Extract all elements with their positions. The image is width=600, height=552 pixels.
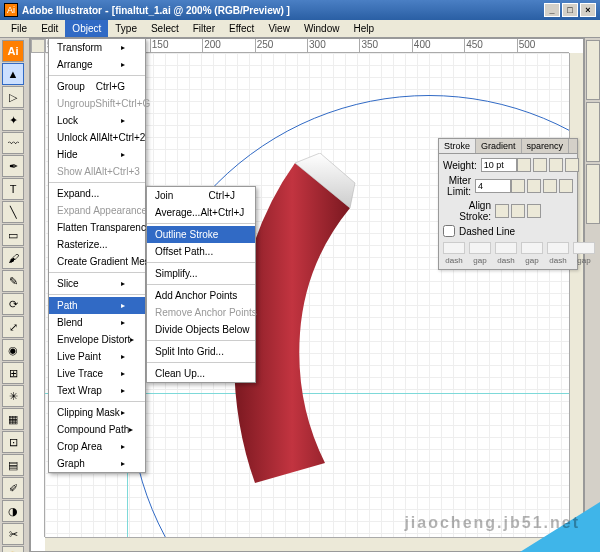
line-tool[interactable]: ╲: [2, 201, 24, 223]
weight-stepper[interactable]: [517, 158, 531, 172]
menu-window[interactable]: Window: [297, 20, 347, 37]
menu-item-expand-[interactable]: Expand...: [49, 185, 145, 202]
type-tool[interactable]: T: [2, 178, 24, 200]
graph-tool[interactable]: ▦: [2, 408, 24, 430]
rectangle-tool[interactable]: ▭: [2, 224, 24, 246]
menu-item-envelope-distort[interactable]: Envelope Distort: [49, 331, 145, 348]
dash-field[interactable]: [443, 242, 465, 254]
menu-item-clipping-mask[interactable]: Clipping Mask: [49, 404, 145, 421]
blend-tool[interactable]: ◑: [2, 500, 24, 522]
menu-view[interactable]: View: [261, 20, 297, 37]
eyedropper-tool[interactable]: ✐: [2, 477, 24, 499]
menu-file[interactable]: File: [4, 20, 34, 37]
scissors-tool[interactable]: ✂: [2, 523, 24, 545]
join-bevel-icon[interactable]: [559, 179, 573, 193]
path-submenu-dropdown: JoinCtrl+JAverage...Alt+Ctrl+JOutline St…: [146, 186, 256, 383]
dash-field[interactable]: [469, 242, 491, 254]
pen-tool[interactable]: ✒: [2, 155, 24, 177]
menu-item-path[interactable]: Path: [49, 297, 145, 314]
cap-butt-icon[interactable]: [533, 158, 547, 172]
collapsed-panel-3[interactable]: [586, 164, 600, 224]
free-transform-tool[interactable]: ⊞: [2, 362, 24, 384]
menu-type[interactable]: Type: [108, 20, 144, 37]
menu-item-transform[interactable]: Transform: [49, 39, 145, 56]
menu-item-graph[interactable]: Graph: [49, 455, 145, 472]
align-outside-icon[interactable]: [527, 204, 541, 218]
menu-help[interactable]: Help: [346, 20, 381, 37]
menu-item-join[interactable]: JoinCtrl+J: [147, 187, 255, 204]
scrollbar-vertical[interactable]: [569, 53, 583, 537]
scrollbar-horizontal[interactable]: [45, 537, 569, 551]
menu-item-crop-area[interactable]: Crop Area: [49, 438, 145, 455]
menu-item-flatten-transparency-[interactable]: Flatten Transparency...: [49, 219, 145, 236]
collapsed-panel-1[interactable]: [586, 40, 600, 100]
collapsed-panel-2[interactable]: [586, 102, 600, 162]
close-button[interactable]: ×: [580, 3, 596, 17]
left-dock: Ai ▲ ▷ ✦ 〰 ✒ T ╲ ▭ 🖌 ✎ ⟳ ⤢ ◉ ⊞ ✳ ▦ ⊡ ▤ ✐…: [0, 38, 30, 552]
cap-round-icon[interactable]: [549, 158, 563, 172]
miter-input[interactable]: [475, 179, 511, 193]
cap-proj-icon[interactable]: [565, 158, 579, 172]
tab-transparency[interactable]: sparency: [522, 139, 570, 153]
menu-item-rasterize-[interactable]: Rasterize...: [49, 236, 145, 253]
menu-item-compound-path[interactable]: Compound Path: [49, 421, 145, 438]
scale-tool[interactable]: ⤢: [2, 316, 24, 338]
menu-item-add-anchor-points[interactable]: Add Anchor Points: [147, 287, 255, 304]
ruler-vertical[interactable]: [31, 53, 45, 537]
join-round-icon[interactable]: [543, 179, 557, 193]
menu-item-text-wrap[interactable]: Text Wrap: [49, 382, 145, 399]
menu-item-simplify-[interactable]: Simplify...: [147, 265, 255, 282]
menu-item-split-into-grid-[interactable]: Split Into Grid...: [147, 343, 255, 360]
miter-stepper[interactable]: [511, 179, 525, 193]
tab-stroke[interactable]: Stroke: [439, 139, 476, 153]
minimize-button[interactable]: _: [544, 3, 560, 17]
menu-item-clean-up-[interactable]: Clean Up...: [147, 365, 255, 382]
lasso-tool[interactable]: 〰: [2, 132, 24, 154]
workspace: Ai ▲ ▷ ✦ 〰 ✒ T ╲ ▭ 🖌 ✎ ⟳ ⤢ ◉ ⊞ ✳ ▦ ⊡ ▤ ✐…: [0, 38, 600, 552]
align-center-icon[interactable]: [495, 204, 509, 218]
ruler-origin[interactable]: [31, 39, 45, 53]
selection-tool[interactable]: ▲: [2, 63, 24, 85]
menu-select[interactable]: Select: [144, 20, 186, 37]
magic-wand-tool[interactable]: ✦: [2, 109, 24, 131]
warp-tool[interactable]: ◉: [2, 339, 24, 361]
symbol-sprayer-tool[interactable]: ✳: [2, 385, 24, 407]
menu-item-lock[interactable]: Lock: [49, 112, 145, 129]
menu-object[interactable]: Object: [65, 20, 108, 37]
dash-field[interactable]: [521, 242, 543, 254]
menu-item-blend[interactable]: Blend: [49, 314, 145, 331]
menu-item-offset-path-[interactable]: Offset Path...: [147, 243, 255, 260]
mesh-tool[interactable]: ⊡: [2, 431, 24, 453]
maximize-button[interactable]: □: [562, 3, 578, 17]
menu-filter[interactable]: Filter: [186, 20, 222, 37]
dash-field[interactable]: [547, 242, 569, 254]
align-inside-icon[interactable]: [511, 204, 525, 218]
menu-item-remove-anchor-points: Remove Anchor Points: [147, 304, 255, 321]
menu-item-slice[interactable]: Slice: [49, 275, 145, 292]
dash-field[interactable]: [495, 242, 517, 254]
pencil-tool[interactable]: ✎: [2, 270, 24, 292]
menu-item-live-trace[interactable]: Live Trace: [49, 365, 145, 382]
menu-effect[interactable]: Effect: [222, 20, 261, 37]
dash-field[interactable]: [573, 242, 595, 254]
menu-item-arrange[interactable]: Arrange: [49, 56, 145, 73]
menu-item-divide-objects-below[interactable]: Divide Objects Below: [147, 321, 255, 338]
menu-item-outline-stroke[interactable]: Outline Stroke: [147, 226, 255, 243]
menu-item-unlock-all[interactable]: Unlock AllAlt+Ctrl+2: [49, 129, 145, 146]
weight-input[interactable]: [481, 158, 517, 172]
menu-item-average-[interactable]: Average...Alt+Ctrl+J: [147, 204, 255, 221]
paintbrush-tool[interactable]: 🖌: [2, 247, 24, 269]
tab-gradient[interactable]: Gradient: [476, 139, 522, 153]
menu-item-create-gradient-mesh-[interactable]: Create Gradient Mesh...: [49, 253, 145, 270]
menu-item-live-paint[interactable]: Live Paint: [49, 348, 145, 365]
menu-item-group[interactable]: GroupCtrl+G: [49, 78, 145, 95]
hand-tool[interactable]: ✋: [2, 546, 24, 552]
direct-selection-tool[interactable]: ▷: [2, 86, 24, 108]
rotate-tool[interactable]: ⟳: [2, 293, 24, 315]
menu-item-hide[interactable]: Hide: [49, 146, 145, 163]
titlebar: Ai Adobe Illustrator - [finaltut_1.ai @ …: [0, 0, 600, 20]
menu-edit[interactable]: Edit: [34, 20, 65, 37]
gradient-tool[interactable]: ▤: [2, 454, 24, 476]
dashed-line-checkbox[interactable]: [443, 225, 455, 237]
join-miter-icon[interactable]: [527, 179, 541, 193]
